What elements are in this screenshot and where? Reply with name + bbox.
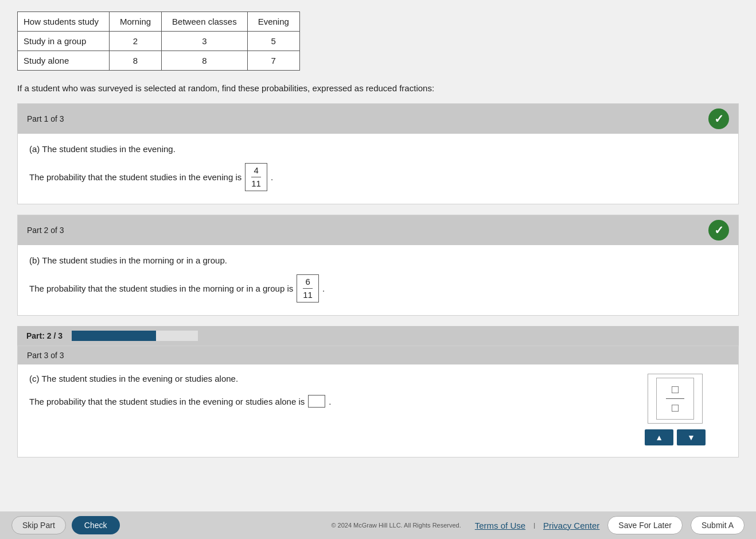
part1-header: Part 1 of 3 ✓: [18, 104, 738, 134]
part2-numerator: 6: [303, 277, 313, 289]
data-table: How students study Morning Between class…: [17, 11, 300, 71]
bottom-bar: Skip Part Check © 2024 McGraw Hill LLC. …: [0, 511, 756, 539]
footer-privacy[interactable]: Privacy Center: [543, 521, 599, 530]
part1-section: Part 1 of 3 ✓ (a) The student studies in…: [17, 103, 739, 204]
row1-between: 3: [162, 32, 248, 51]
part3-section: Part 3 of 3 (c) The student studies in t…: [17, 346, 739, 457]
part3-right: □ □ ▲ ▼: [623, 374, 727, 445]
part2-header: Part 2 of 3 ✓: [18, 215, 738, 245]
part1-denominator: 11: [251, 177, 261, 189]
frac-buttons: ▲ ▼: [645, 429, 706, 445]
col-header-between: Between classes: [162, 12, 248, 32]
row1-morning: 2: [109, 32, 161, 51]
part1-numerator: 4: [251, 165, 261, 177]
footer-terms[interactable]: Terms of Use: [475, 521, 525, 530]
frac-input-top: □: [666, 383, 684, 399]
save-for-later-button[interactable]: Save For Later: [607, 516, 683, 534]
part1-answer-suffix: .: [271, 172, 273, 182]
row2-evening: 7: [247, 51, 299, 71]
progress-bar-container: [72, 331, 198, 341]
footer-copyright: © 2024 McGraw Hill LLC. All Rights Reser…: [331, 522, 461, 529]
table-row: Study in a group 2 3 5: [18, 32, 300, 51]
part2-label: Part 2 of 3: [27, 226, 64, 235]
part2-body: (b) The student studies in the morning o…: [18, 245, 738, 315]
part2-answer-suffix: .: [322, 284, 325, 293]
part1-fraction: 4 11: [245, 163, 267, 191]
frac-input-display: □ □: [648, 374, 703, 424]
part1-question: (a) The student studies in the evening.: [29, 144, 727, 154]
part3-label: Part 3 of 3: [27, 351, 64, 360]
bottom-right-area: © 2024 McGraw Hill LLC. All Rights Reser…: [331, 516, 745, 534]
skip-part-button[interactable]: Skip Part: [11, 516, 66, 534]
part3-left: (c) The student studies in the evening o…: [29, 374, 612, 408]
part3-header: Part 3 of 3: [18, 346, 738, 364]
col-header-evening: Evening: [247, 12, 299, 32]
frac-up-button[interactable]: ▲: [645, 429, 673, 445]
row1-method: Study in a group: [18, 32, 110, 51]
part3-answer-line: The probability that the student studies…: [29, 395, 612, 408]
frac-down-button[interactable]: ▼: [677, 429, 706, 445]
part1-label: Part 1 of 3: [27, 114, 64, 123]
part2-answer-prefix: The probability that the student studies…: [29, 284, 293, 293]
part2-question: (b) The student studies in the morning o…: [29, 255, 727, 265]
submit-button[interactable]: Submit A: [691, 516, 745, 534]
frac-input-bottom: □: [666, 399, 684, 414]
table-row: Study alone 8 8 7: [18, 51, 300, 71]
part1-answer-line: The probability that the student studies…: [29, 163, 727, 191]
part3-blank-input[interactable]: [308, 395, 325, 408]
part1-check-icon: ✓: [708, 108, 729, 129]
row2-morning: 8: [109, 51, 161, 71]
progress-bar-fill: [72, 331, 156, 341]
row2-method: Study alone: [18, 51, 110, 71]
part3-body: (c) The student studies in the evening o…: [18, 364, 738, 457]
part2-check-icon: ✓: [708, 220, 729, 241]
col-header-method: How students study: [18, 12, 110, 32]
col-header-morning: Morning: [109, 12, 161, 32]
part3-question: (c) The student studies in the evening o…: [29, 374, 612, 383]
part1-body: (a) The student studies in the evening. …: [18, 134, 738, 204]
page-container: How students study Morning Between class…: [0, 0, 756, 539]
bottom-left: Skip Part Check: [11, 516, 120, 534]
check-button[interactable]: Check: [72, 516, 120, 534]
row2-between: 8: [162, 51, 248, 71]
part2-section: Part 2 of 3 ✓ (b) The student studies in…: [17, 215, 739, 316]
part2-denominator: 11: [303, 289, 313, 300]
part3-answer-prefix: The probability that the student studies…: [29, 397, 305, 406]
part2-answer-line: The probability that the student studies…: [29, 274, 727, 303]
part1-answer-prefix: The probability that the student studies…: [29, 172, 241, 182]
progress-section: Part: 2 / 3: [17, 326, 739, 346]
part2-fraction: 6 11: [297, 274, 319, 303]
part3-answer-suffix: .: [329, 397, 331, 406]
row1-evening: 5: [247, 32, 299, 51]
progress-label: Part: 2 / 3: [26, 331, 63, 340]
intro-text: If a student who was surveyed is selecte…: [17, 83, 739, 93]
footer-separator: |: [533, 522, 535, 529]
